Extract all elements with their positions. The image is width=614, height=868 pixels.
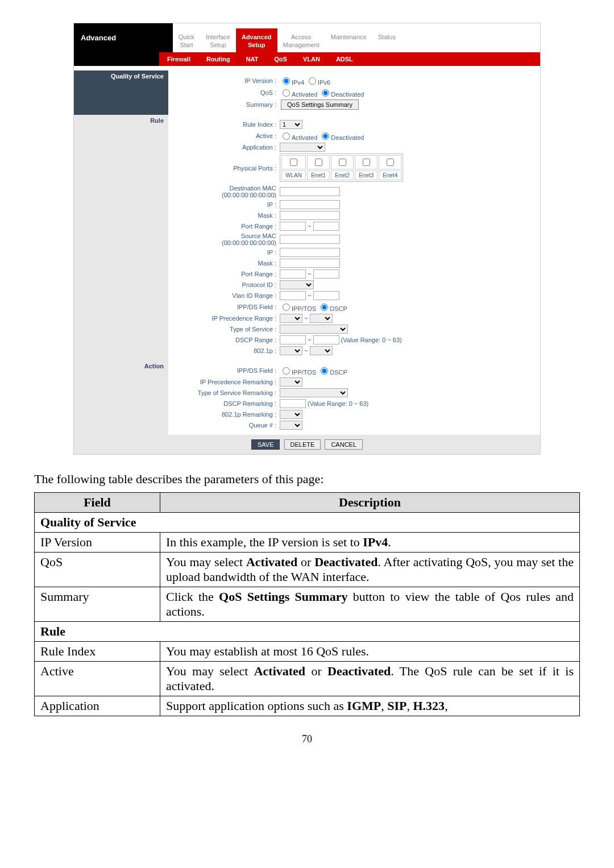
qos-activated-radio[interactable] xyxy=(283,89,290,97)
tab-advanced-setup[interactable]: AdvancedSetup xyxy=(236,28,277,52)
subtab-adsl[interactable]: ADSL xyxy=(328,52,361,66)
desc-qos: You may select Activated or Deactivated.… xyxy=(160,553,580,587)
ipv6-radio[interactable] xyxy=(309,77,316,85)
action-ipptos-radio[interactable] xyxy=(283,367,290,375)
rule-activated-radio[interactable] xyxy=(283,132,290,140)
field-ruleindex: Rule Index xyxy=(35,642,160,662)
qos-deactivated-radio[interactable] xyxy=(322,89,329,97)
rule-index-select[interactable]: 1 xyxy=(280,120,302,129)
col-description: Description xyxy=(160,493,580,513)
src-mac-input[interactable] xyxy=(280,235,340,244)
section-action: Action xyxy=(74,360,168,435)
side-brand: Advanced xyxy=(74,23,173,52)
ippds-label: IPP/DS Field : xyxy=(174,304,280,310)
ipprec1-select[interactable] xyxy=(280,314,302,323)
field-application: Application xyxy=(35,696,160,716)
action-8021p-select[interactable] xyxy=(280,410,302,419)
desc-ruleindex: You may establish at most 16 QoS rules. xyxy=(160,642,580,662)
action-tos-label: Type of Service Remarking : xyxy=(174,389,280,396)
tab-access-management[interactable]: AccessManagement xyxy=(277,28,325,52)
action-dscp-input[interactable] xyxy=(280,399,306,408)
physical-ports-label: Physical Ports : xyxy=(174,165,280,172)
dscp-radio[interactable] xyxy=(321,304,328,311)
field-qos: QoS xyxy=(35,553,160,587)
router-admin-screenshot: Advanced QuickStart InterfaceSetup Advan… xyxy=(73,23,541,455)
src-port2-input[interactable] xyxy=(313,269,339,279)
src-mac-label: Source MAC(00:00:00:00:00:00) xyxy=(174,232,280,246)
tos-select[interactable] xyxy=(280,325,348,334)
src-mask-input[interactable] xyxy=(280,259,340,268)
tab-interface-setup[interactable]: InterfaceSetup xyxy=(200,28,236,52)
subtab-routing[interactable]: Routing xyxy=(198,52,238,66)
dest-port1-input[interactable] xyxy=(280,222,306,231)
delete-button[interactable]: DELETE xyxy=(284,439,321,450)
subtab-vlan[interactable]: VLAN xyxy=(295,52,328,66)
8021p2-select[interactable] xyxy=(310,346,333,355)
field-active: Active xyxy=(35,662,160,696)
section-row-qos: Quality of Service xyxy=(35,513,580,533)
rule-index-label: Rule Index : xyxy=(174,121,280,128)
tab-maintenance[interactable]: Maintenance xyxy=(325,28,372,52)
section-rule: Rule xyxy=(74,115,168,360)
ipv4-radio[interactable] xyxy=(283,77,290,85)
application-label: Application : xyxy=(174,144,280,151)
port-enet3-check[interactable] xyxy=(363,159,370,166)
vlan-id2-input[interactable] xyxy=(313,291,339,300)
application-select[interactable] xyxy=(280,143,325,152)
action-tos-select[interactable] xyxy=(280,388,348,397)
section-row-rule: Rule xyxy=(35,622,580,642)
subtab-firewall[interactable]: Firewall xyxy=(159,52,198,66)
vlan-id1-input[interactable] xyxy=(280,291,306,300)
field-ipversion: IP Version xyxy=(35,533,160,553)
qos-label: QoS : xyxy=(174,89,280,96)
qos-summary-button[interactable]: QoS Settings Summary xyxy=(281,99,359,110)
rule-deactivated-radio[interactable] xyxy=(322,132,329,140)
src-port-label: Port Range : xyxy=(174,271,280,277)
protocol-id-label: Protocol ID : xyxy=(174,281,280,288)
dest-ip-input[interactable] xyxy=(280,200,340,209)
tab-status[interactable]: Status xyxy=(372,28,401,52)
vlan-id-label: Vlan ID Range : xyxy=(174,292,280,299)
port-enet4-check[interactable] xyxy=(387,159,394,166)
action-queue-select[interactable] xyxy=(280,421,302,430)
ipptos-radio[interactable] xyxy=(283,304,290,311)
subtab-qos[interactable]: QoS xyxy=(266,52,295,66)
dest-mask-label: Mask : xyxy=(174,212,280,219)
8021p-label: 802.1p : xyxy=(174,347,280,354)
8021p1-select[interactable] xyxy=(280,346,302,355)
dest-mac-input[interactable] xyxy=(280,187,340,196)
protocol-id-select[interactable] xyxy=(280,280,314,289)
button-bar: SAVE DELETE CANCEL xyxy=(74,435,540,454)
port-wlan-check[interactable] xyxy=(290,159,297,166)
field-summary: Summary xyxy=(35,587,160,622)
dscp2-input[interactable] xyxy=(313,335,339,344)
tab-quick-start[interactable]: QuickStart xyxy=(173,28,200,52)
cancel-button[interactable]: CANCEL xyxy=(325,439,363,450)
dest-port2-input[interactable] xyxy=(313,222,339,231)
ipversion-label: IP Version : xyxy=(174,77,280,84)
dest-ip-label: IP : xyxy=(174,201,280,208)
action-dscp-radio[interactable] xyxy=(321,367,328,375)
desc-ipversion: In this example, the IP version is set t… xyxy=(160,533,580,553)
dest-mask-input[interactable] xyxy=(280,211,340,220)
ip-precedence-label: IP Precedence Range : xyxy=(174,315,280,322)
desc-summary: Click the QoS Settings Summary button to… xyxy=(160,587,580,622)
dest-mac-label: Destination MAC(00:00:00:00:00:00) xyxy=(174,185,280,198)
ipprec2-select[interactable] xyxy=(310,314,333,323)
active-label: Active : xyxy=(174,132,280,139)
tos-label: Type of Service : xyxy=(174,326,280,333)
table-intro: The following table describes the parame… xyxy=(34,472,580,487)
src-ip-input[interactable] xyxy=(280,248,340,257)
port-enet1-check[interactable] xyxy=(315,159,322,166)
dscp1-input[interactable] xyxy=(280,335,306,344)
port-enet2-check[interactable] xyxy=(339,159,346,166)
dscp-range-label: DSCP Range : xyxy=(174,337,280,343)
action-ipprec-select[interactable] xyxy=(280,377,302,387)
subtab-nat[interactable]: NAT xyxy=(238,52,267,66)
dest-port-label: Port Range : xyxy=(174,223,280,230)
src-ip-label: IP : xyxy=(174,249,280,256)
save-button[interactable]: SAVE xyxy=(251,439,280,450)
section-qos: Quality of Service xyxy=(74,70,168,115)
src-port1-input[interactable] xyxy=(280,269,306,279)
parameters-table: Field Description Quality of Service IP … xyxy=(34,492,580,716)
